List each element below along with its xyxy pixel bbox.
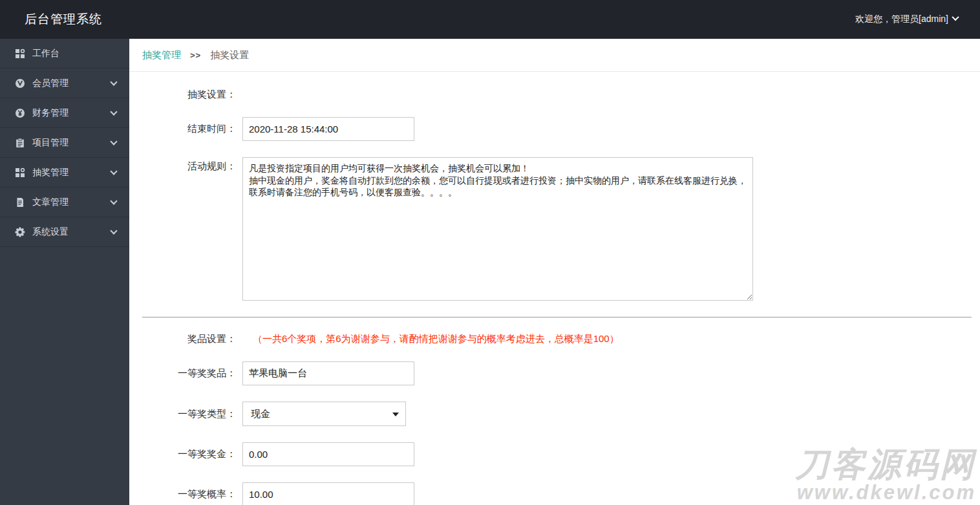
first-prize-item-row: 一等奖奖品： xyxy=(129,361,980,385)
sidebar-item-label: 财务管理 xyxy=(32,107,69,119)
rules-textarea[interactable]: 凡是投资指定项目的用户均可获得一次抽奖机会，抽奖机会可以累加！ 抽中现金的用户，… xyxy=(242,157,753,301)
sidebar-item-label: 会员管理 xyxy=(32,78,69,89)
sidebar-item-label: 工作台 xyxy=(32,48,59,59)
chevron-down-icon xyxy=(110,108,117,115)
first-prize-type-label: 一等奖类型： xyxy=(129,408,242,420)
sidebar-item-members[interactable]: 会员管理 xyxy=(0,69,129,98)
prize-section-row: 奖品设置： （一共6个奖项，第6为谢谢参与，请酌情把谢谢参与的概率考虑进去，总概… xyxy=(129,333,980,345)
section-title: 抽奖设置： xyxy=(129,89,242,101)
prize-section-label: 奖品设置： xyxy=(129,333,242,345)
end-time-row: 结束时间： xyxy=(129,117,980,141)
prize-section-note: （一共6个奖项，第6为谢谢参与，请酌情把谢谢参与的概率考虑进去，总概率是100） xyxy=(253,333,619,345)
user-menu[interactable]: 欢迎您，管理员[admin] xyxy=(855,14,958,25)
welcome-text: 欢迎您，管理员[admin] xyxy=(855,14,948,25)
chevron-down-icon xyxy=(110,78,117,85)
app-title: 后台管理系统 xyxy=(25,11,102,28)
sidebar-item-label: 项目管理 xyxy=(32,137,69,149)
clipboard-icon xyxy=(14,137,25,148)
grid-icon xyxy=(14,167,25,178)
sidebar-item-label: 系统设置 xyxy=(32,226,69,238)
sidebar-item-label: 文章管理 xyxy=(32,197,69,208)
first-prize-amount-row: 一等奖奖金： xyxy=(129,442,980,466)
chevron-down-icon xyxy=(110,138,117,145)
first-prize-type-value: 现金 xyxy=(251,408,270,420)
sidebar-item-workbench[interactable]: 工作台 xyxy=(0,39,129,69)
first-prize-amount-input[interactable] xyxy=(242,442,414,466)
gear-icon xyxy=(14,226,25,237)
select-arrow-icon xyxy=(392,413,399,416)
sidebar-item-label: 抽奖管理 xyxy=(32,167,69,178)
grid-icon xyxy=(14,48,25,59)
finance-circle-icon xyxy=(14,107,25,118)
chevron-down-icon xyxy=(110,197,117,204)
breadcrumb-current: 抽奖设置 xyxy=(210,49,249,61)
breadcrumb-separator: >> xyxy=(190,50,201,60)
first-prize-probability-input[interactable] xyxy=(242,482,414,505)
first-prize-probability-row: 一等奖概率： xyxy=(129,482,980,505)
chevron-down-icon xyxy=(110,167,117,175)
first-prize-type-select[interactable]: 现金 xyxy=(242,402,406,426)
sidebar-item-lottery[interactable]: 抽奖管理 xyxy=(0,158,129,188)
topbar: 后台管理系统 欢迎您，管理员[admin] xyxy=(0,0,980,39)
section-divider xyxy=(142,317,972,317)
first-prize-probability-label: 一等奖概率： xyxy=(129,488,242,500)
breadcrumb-parent-link[interactable]: 抽奖管理 xyxy=(142,49,181,61)
breadcrumb: 抽奖管理 >> 抽奖设置 xyxy=(129,39,980,72)
sidebar-item-finance[interactable]: 财务管理 xyxy=(0,98,129,128)
document-icon xyxy=(14,197,25,208)
main-content: 抽奖管理 >> 抽奖设置 抽奖设置： 结束时间： 活动规则： 凡是投资指定项目的… xyxy=(129,39,980,505)
form-section-title-row: 抽奖设置： xyxy=(129,89,980,101)
first-prize-item-input[interactable] xyxy=(242,361,414,385)
end-time-label: 结束时间： xyxy=(129,123,242,135)
rules-label: 活动规则： xyxy=(129,157,242,173)
chevron-down-icon xyxy=(952,14,959,21)
first-prize-item-label: 一等奖奖品： xyxy=(129,367,242,380)
sidebar-item-settings[interactable]: 系统设置 xyxy=(0,217,129,247)
sidebar-item-projects[interactable]: 项目管理 xyxy=(0,128,129,158)
end-time-input[interactable] xyxy=(242,117,414,141)
sidebar-item-articles[interactable]: 文章管理 xyxy=(0,188,129,217)
sidebar: 工作台 会员管理 财务管理 项目管理 抽奖管理 文章管理 xyxy=(0,39,129,505)
first-prize-amount-label: 一等奖奖金： xyxy=(129,448,242,460)
member-circle-icon xyxy=(14,78,25,89)
rules-row: 活动规则： 凡是投资指定项目的用户均可获得一次抽奖机会，抽奖机会可以累加！ 抽中… xyxy=(129,157,980,301)
lottery-settings-form: 抽奖设置： 结束时间： 活动规则： 凡是投资指定项目的用户均可获得一次抽奖机会，… xyxy=(129,72,980,505)
chevron-down-icon xyxy=(110,227,117,234)
first-prize-type-row: 一等奖类型： 现金 xyxy=(129,402,980,426)
